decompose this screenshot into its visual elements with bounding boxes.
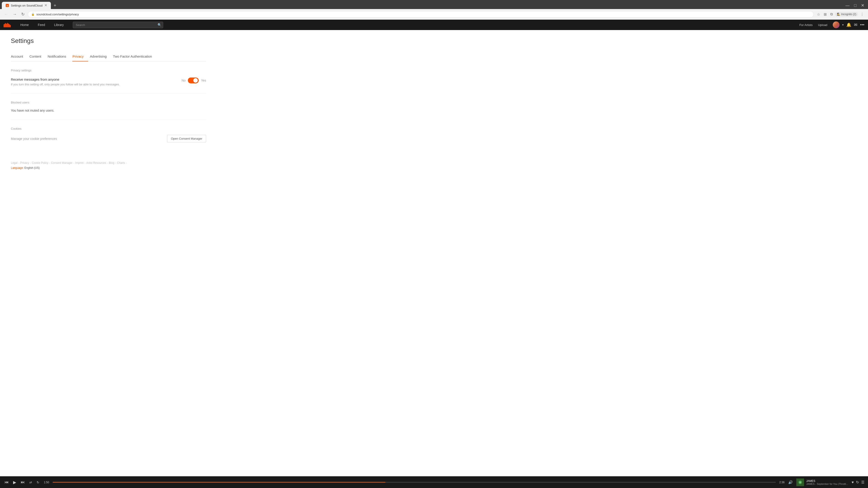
blocked-users-text: You have not muted any users. xyxy=(11,109,206,120)
player-progress-bar[interactable] xyxy=(53,482,776,483)
tab-two-factor[interactable]: Two Factor Authentication xyxy=(113,52,157,61)
player-current-time: 1:50 xyxy=(44,481,49,484)
minimize-button[interactable]: — xyxy=(844,2,851,9)
incognito-label: Incognito (2) xyxy=(841,13,856,16)
settings-content: Settings Account Content Notifications P… xyxy=(0,30,217,157)
language-link[interactable]: Language: English (US) xyxy=(11,166,39,169)
messages-toggle-control: No Yes xyxy=(173,77,206,84)
svg-text:☁: ☁ xyxy=(6,4,8,6)
player-next-button[interactable]: ⏭ xyxy=(20,479,26,485)
toggle-yes-label: Yes xyxy=(201,78,206,82)
chrome-tune-button[interactable]: ⊞ xyxy=(822,11,828,18)
search-input[interactable] xyxy=(73,22,163,28)
nav-feed[interactable]: Feed xyxy=(33,20,50,30)
player-queue-button[interactable]: ☰ xyxy=(861,480,864,484)
nav-home[interactable]: Home xyxy=(16,20,33,30)
player-shuffle-button[interactable]: ⇄ xyxy=(29,480,33,485)
footer-language: Language: English (US) xyxy=(11,166,857,169)
tab-notifications[interactable]: Notifications xyxy=(48,52,71,61)
browser-chrome: ☁ Settings on SoundCloud ✕ + — □ ✕ ← → ↻… xyxy=(0,0,868,20)
incognito-icon: 🕵 xyxy=(837,13,840,16)
player-repost-button[interactable]: ↻ xyxy=(856,480,859,484)
tab-close-btn[interactable]: ✕ xyxy=(44,4,47,7)
tab-title: Settings on SoundCloud xyxy=(11,4,42,7)
header-right: For Artists Upload ▾ 🔔 ✉ ••• xyxy=(799,22,864,28)
footer-charts-link[interactable]: Charts xyxy=(117,161,125,164)
soundcloud-logo[interactable] xyxy=(4,22,11,27)
messages-icon[interactable]: ✉ xyxy=(854,22,857,27)
player-controls: ⏮ ▶ ⏭ ⇄ ↻ xyxy=(4,479,40,485)
restore-button[interactable]: □ xyxy=(852,2,858,9)
svg-rect-8 xyxy=(9,24,10,27)
reload-button[interactable]: ↻ xyxy=(20,11,26,18)
for-artists-button[interactable]: For Artists xyxy=(799,23,813,27)
footer-artist-resources-link[interactable]: Artist Resources xyxy=(86,161,106,164)
tab-favicon: ☁ xyxy=(5,4,9,7)
tab-account[interactable]: Account xyxy=(11,52,28,61)
privacy-section-title: Privacy settings xyxy=(11,69,206,72)
user-avatar[interactable] xyxy=(833,22,839,28)
footer-blog-link[interactable]: Blog xyxy=(109,161,114,164)
svg-rect-3 xyxy=(4,24,5,27)
player-like-button[interactable]: ♥ xyxy=(852,480,854,484)
player-track-thumbnail xyxy=(796,479,804,485)
lock-icon: 🔒 xyxy=(31,13,35,16)
cookies-row: Manage your cookie preferences Open Cons… xyxy=(11,135,206,142)
player-volume-control: 🔊 xyxy=(788,480,793,484)
active-browser-tab[interactable]: ☁ Settings on SoundCloud ✕ xyxy=(2,2,51,9)
tab-advertising[interactable]: Advertising xyxy=(90,52,111,61)
blocked-users-title: Blocked users xyxy=(11,101,206,104)
more-options-icon[interactable]: ••• xyxy=(860,23,864,27)
cookies-section: Cookies Manage your cookie preferences O… xyxy=(11,127,206,142)
footer-cookie-policy-link[interactable]: Cookie Policy xyxy=(32,161,49,164)
player-repeat-button[interactable]: ↻ xyxy=(36,480,40,485)
upload-button[interactable]: Upload xyxy=(815,22,830,28)
player-track-name: JAMES xyxy=(806,480,848,483)
privacy-settings-section: Privacy settings xyxy=(11,69,206,72)
nav-library[interactable]: Library xyxy=(50,20,68,30)
volume-icon[interactable]: 🔊 xyxy=(788,480,793,484)
main-nav: Home Feed Library xyxy=(16,20,68,30)
player-progress-fill xyxy=(53,482,385,483)
bookmark-button[interactable]: ☆ xyxy=(815,11,822,18)
footer-privacy-link[interactable]: Privacy xyxy=(20,161,29,164)
back-button[interactable]: ← xyxy=(3,11,9,18)
sidebar-toggle-button[interactable]: ⧉ xyxy=(829,11,834,17)
blocked-users-section: Blocked users You have not muted any use… xyxy=(11,101,206,120)
footer-imprint-link[interactable]: Imprint xyxy=(75,161,84,164)
url-input[interactable] xyxy=(36,13,810,16)
search-container: 🔍 xyxy=(73,22,163,28)
settings-tabs: Account Content Notifications Privacy Ad… xyxy=(11,52,206,61)
tab-privacy[interactable]: Privacy xyxy=(72,52,88,61)
player-play-button[interactable]: ▶ xyxy=(12,479,17,485)
toolbar-actions: ☆ ⊞ ⧉ 🕵 Incognito (2) ⋮ xyxy=(815,11,865,18)
open-consent-manager-button[interactable]: Open Consent Manager xyxy=(167,135,206,142)
tab-content[interactable]: Content xyxy=(29,52,46,61)
svg-rect-9 xyxy=(10,25,11,27)
footer-links: Legal - Privacy - Cookie Policy - Consen… xyxy=(11,161,857,164)
messages-setting-label: Receive messages from anyone xyxy=(11,77,173,81)
forward-button[interactable]: → xyxy=(11,11,18,18)
chrome-menu-button[interactable]: ⋮ xyxy=(859,11,865,18)
svg-rect-5 xyxy=(6,24,7,27)
receive-messages-row: Receive messages from anyone If you turn… xyxy=(11,77,206,94)
player-actions: ♥ ↻ ☰ xyxy=(852,480,865,484)
footer-legal-link[interactable]: Legal xyxy=(11,161,18,164)
toggle-no-label: No xyxy=(182,78,186,82)
notifications-bell-icon[interactable]: 🔔 xyxy=(846,22,851,27)
player-track-info: JAMES JAMES - September for You (Throttl… xyxy=(796,479,848,485)
messages-toggle[interactable] xyxy=(188,77,199,84)
player-prev-button[interactable]: ⏮ xyxy=(4,479,9,485)
search-wrap: 🔍 xyxy=(73,22,163,28)
search-icon: 🔍 xyxy=(158,23,161,27)
avatar-chevron-icon[interactable]: ▾ xyxy=(842,23,844,26)
player-bar: ⏮ ▶ ⏭ ⇄ ↻ 1:50 2:36 🔊 JAMES JAMES - Sept… xyxy=(0,476,868,485)
svg-rect-7 xyxy=(8,24,9,27)
player-total-time: 2:36 xyxy=(779,481,784,484)
close-window-button[interactable]: ✕ xyxy=(859,2,866,9)
cookies-section-title: Cookies xyxy=(11,127,206,130)
browser-tab-bar: ☁ Settings on SoundCloud ✕ + — □ ✕ xyxy=(0,0,868,9)
footer-consent-manager-link[interactable]: Consent Manager xyxy=(51,161,72,164)
messages-setting-desc: If you turn this setting off, only peopl… xyxy=(11,83,173,86)
new-tab-button[interactable]: + xyxy=(52,2,58,9)
